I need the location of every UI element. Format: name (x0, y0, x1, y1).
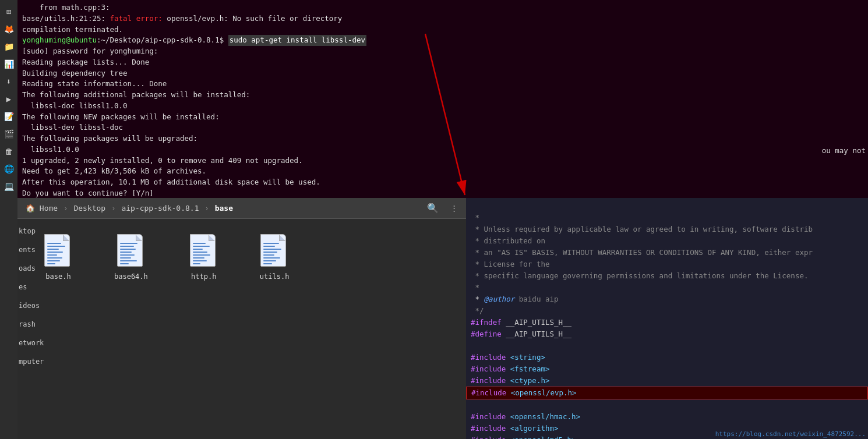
file-icon-http-h (190, 234, 218, 269)
file-manager: 🏠 Home › Desktop › aip-cpp-sdk-0.8.1 › b… (17, 198, 466, 439)
file-icon-utils-h (260, 234, 288, 269)
path-separator-3: › (204, 204, 209, 213)
fm-files: base.h (17, 219, 466, 439)
term-line: libssl-dev libssl-doc (22, 122, 863, 133)
file-name-base64-h: base64.h (114, 272, 148, 281)
file-item-base-h[interactable]: base.h (41, 231, 76, 284)
term-line: Reading state information... Done (22, 79, 863, 90)
sidebar: ⊞ 🦊 📁 📊 ⬇ ▶ 📝 🎬 🗑 🌐 💻 (0, 0, 17, 439)
terminal[interactable]: from math.cpp:3: base/utils.h:21:25: fat… (17, 0, 868, 198)
term-line: The following additional packages will b… (22, 90, 863, 101)
term-line: Building dependency tree (22, 68, 863, 79)
bottom-area: 🏠 Home › Desktop › aip-cpp-sdk-0.8.1 › b… (17, 198, 868, 439)
file-name-utils-h: utils.h (260, 272, 290, 281)
file-item-base64-h[interactable]: base64.h (111, 231, 151, 284)
code-content: * * Unless required by applicable law or… (466, 198, 868, 439)
status-hint: https://blog.csdn.net/weixin_4872592... (715, 430, 866, 438)
term-line: Do you want to continue? [Y/n] (22, 188, 863, 198)
fm-nav-desktop[interactable]: ktop (19, 227, 44, 235)
sidebar-icon-video[interactable]: 🎬 (2, 127, 16, 141)
term-line: libssl1.0.0 (22, 144, 863, 155)
term-line: After this operation, 10.1 MB of additio… (22, 177, 863, 188)
fm-search-button[interactable]: 🔍 (424, 201, 442, 215)
sidebar-icon-trash[interactable]: 🗑 (2, 144, 16, 158)
sidebar-icon-firefox[interactable]: 🦊 (2, 22, 16, 36)
path-separator-2: › (111, 204, 115, 213)
file-name-http-h: http.h (191, 272, 216, 281)
fm-nav-favorites[interactable]: es (19, 283, 44, 291)
sidebar-icon-network[interactable]: 🌐 (2, 162, 16, 176)
fm-nav-videos[interactable]: ideos (19, 302, 44, 310)
fm-nav-downloads[interactable]: oads (19, 264, 44, 272)
sidebar-icon-download[interactable]: ⬇ (2, 75, 16, 88)
term-line: The following packages will be upgraded: (22, 133, 863, 144)
fm-path-desktop[interactable]: Desktop (70, 203, 109, 214)
term-line: 1 upgraded, 2 newly installed, 0 to remo… (22, 155, 863, 167)
terminal-right-overflow: ou may not (820, 144, 868, 158)
sidebar-icon-text[interactable]: 📝 (2, 109, 16, 123)
file-icon-base64-h (117, 234, 145, 269)
fm-nav-network[interactable]: etwork (19, 339, 44, 347)
fm-left-nav: ktop ents oads es ideos rash etwork mput… (19, 227, 44, 366)
sidebar-icon-calc[interactable]: 📊 (2, 57, 16, 71)
sidebar-icon-apps[interactable]: ⊞ (2, 5, 16, 19)
term-line: Need to get 2,423 kB/3,506 kB of archive… (22, 166, 863, 177)
term-line: The following NEW packages will be insta… (22, 112, 863, 123)
main-content: from math.cpp:3: base/utils.h:21:25: fat… (17, 0, 868, 439)
term-line: [sudo] password for yonghuming: (22, 46, 863, 57)
term-line: compilation terminated. (22, 24, 863, 36)
file-icon-base-h (44, 234, 72, 269)
fm-menu-button[interactable]: ⋮ (447, 203, 461, 214)
fm-nav-trash[interactable]: rash (19, 320, 44, 328)
fm-path-sdk[interactable]: aip-cpp-sdk-0.8.1 (118, 203, 202, 214)
file-item-utils-h[interactable]: utils.h (256, 231, 293, 284)
term-line: libssl-doc libssl1.0.0 (22, 101, 863, 112)
term-line: Reading package lists... Done (22, 57, 863, 68)
fm-toolbar: 🏠 Home › Desktop › aip-cpp-sdk-0.8.1 › b… (17, 198, 466, 219)
sidebar-icon-files[interactable]: 📁 (2, 40, 16, 54)
path-separator-1: › (63, 204, 68, 213)
fm-nav-computer[interactable]: mputer (19, 357, 44, 366)
file-item-http-h[interactable]: http.h (186, 231, 221, 284)
sidebar-icon-media[interactable]: ▶ (2, 92, 16, 106)
file-name-base-h: base.h (45, 272, 70, 281)
code-viewer[interactable]: * * Unless required by applicable law or… (466, 198, 868, 439)
sidebar-icon-computer[interactable]: 💻 (2, 179, 16, 193)
fm-nav-documents[interactable]: ents (19, 246, 44, 254)
fm-path-home[interactable]: 🏠 Home (22, 203, 61, 214)
term-error-line: base/utils.h:21:25: fatal error: openssl… (22, 13, 863, 24)
term-line: from math.cpp:3: (22, 2, 863, 13)
term-prompt-line: yonghuming@ubuntu:~/Desktop/aip-cpp-sdk-… (22, 35, 863, 46)
fm-path-base[interactable]: base (211, 203, 237, 214)
